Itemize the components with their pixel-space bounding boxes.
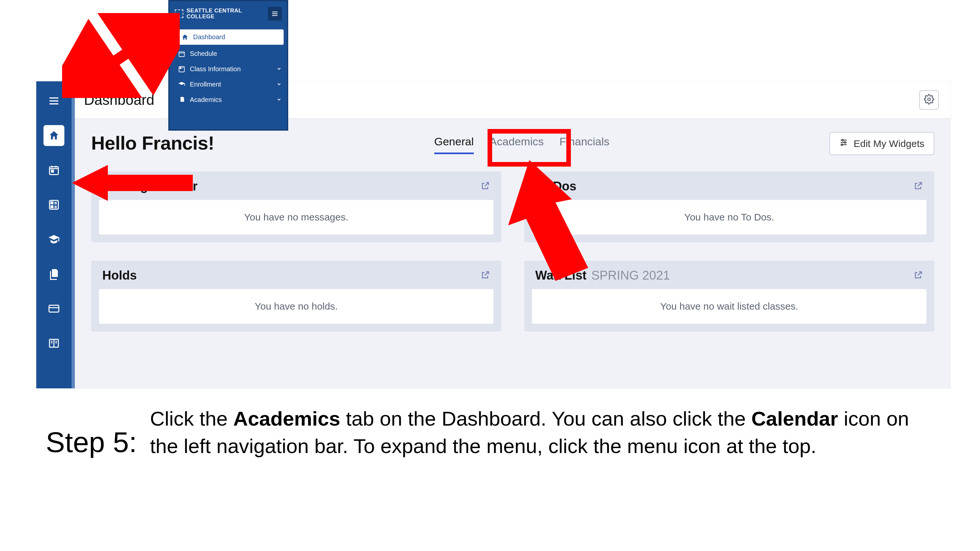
step-label: Step 5: [46,405,137,457]
hamburger-icon[interactable] [43,91,64,111]
menu-item-academics[interactable]: Academics [170,92,287,108]
svg-point-23 [928,98,930,101]
popout-icon[interactable] [480,270,490,281]
widget-subtitle: SPRING 2021 [591,268,670,282]
annotation-arrow-up [500,160,598,281]
widget-holds: Holds You have no holds. [91,260,501,332]
chevron-down-icon [277,96,282,103]
menu-item-dashboard[interactable]: Dashboard [173,29,284,45]
instruction-block: Step 5: Click the Academics tab on the D… [46,405,928,460]
svg-rect-7 [52,170,54,172]
documents-icon[interactable] [43,264,64,284]
inset-header: SEATTLE CENTRAL COLLEGE [170,1,287,26]
svg-marker-39 [72,165,193,201]
svg-rect-12 [51,206,53,208]
college-logo: SEATTLE CENTRAL COLLEGE [175,8,242,20]
tab-general[interactable]: General [434,135,474,154]
chevron-down-icon [277,65,282,73]
svg-rect-15 [49,305,59,312]
menu-label: Academics [190,96,222,103]
svg-rect-33 [179,52,185,57]
menu-label: Enrollment [190,81,221,88]
annotation-arrow-left [72,163,193,203]
sidebar-scrollbar[interactable] [72,81,75,388]
graduation-cap-icon[interactable] [43,229,64,250]
widget-body: You have no holds. [99,289,493,324]
step-text: Click the Academics tab on the Dashboard… [150,405,928,460]
popout-icon[interactable] [480,181,490,192]
menu-item-class-information[interactable]: Class Information [170,61,287,77]
popout-icon[interactable] [913,270,923,281]
menu-label: Dashboard [193,33,225,41]
sidebar-collapsed [36,81,72,388]
brand-line1: SEATTLE CENTRAL [186,8,242,14]
svg-point-25 [842,140,843,141]
widget-body: You have no messages. [99,200,493,235]
svg-point-29 [841,144,843,146]
menu-label: Class Information [190,65,241,73]
annotation-arrow-diagonal [62,13,180,98]
inset-hamburger-button[interactable] [268,7,282,21]
calendar-icon[interactable] [43,160,64,181]
edit-widgets-button[interactable]: Edit My Widgets [829,132,934,155]
menu-item-schedule[interactable]: Schedule [170,46,287,61]
chevron-down-icon [277,81,282,88]
svg-rect-36 [180,67,181,68]
settings-button[interactable] [919,90,939,110]
popout-icon[interactable] [913,181,923,192]
class-info-icon[interactable] [43,194,64,215]
brand-line2: COLLEGE [186,14,242,20]
svg-line-38 [75,26,167,88]
widget-body: You have no wait listed classes. [532,289,926,324]
sliders-icon [839,138,848,149]
svg-point-27 [844,142,846,143]
menu-label: Schedule [190,50,217,57]
greeting-text: Hello Francis! [91,132,214,154]
book-icon[interactable] [43,333,64,354]
svg-rect-9 [51,202,53,204]
gear-icon [924,94,934,106]
home-icon[interactable] [43,125,64,146]
expanded-menu-inset: SEATTLE CENTRAL COLLEGE Dashboard Schedu… [168,0,288,131]
menu-item-enrollment[interactable]: Enrollment [170,77,287,92]
edit-widgets-label: Edit My Widgets [854,138,924,149]
svg-marker-40 [508,160,588,281]
credit-card-icon[interactable] [43,298,64,319]
widget-title: Holds [102,268,137,283]
